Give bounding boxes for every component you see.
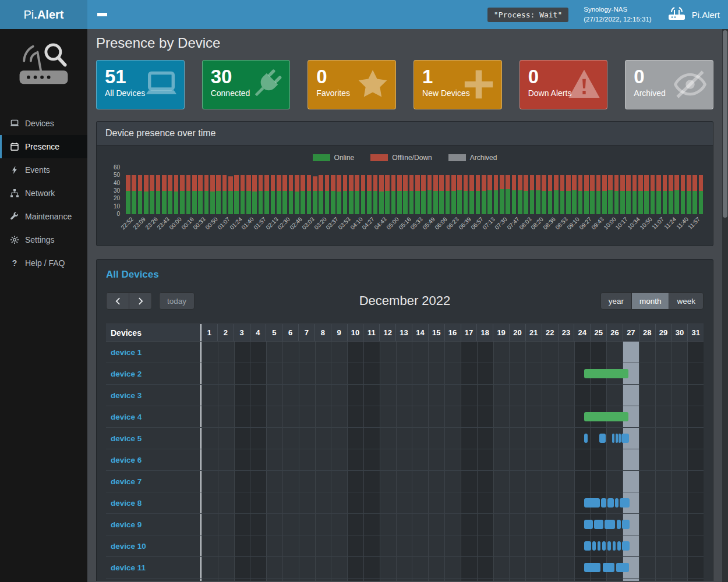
presence-event-bar[interactable] xyxy=(584,541,591,551)
presence-event-bar[interactable] xyxy=(599,434,606,443)
day-header-8: 8 xyxy=(315,324,331,341)
sidebar-item-maintenance[interactable]: Maintenance xyxy=(0,205,87,228)
chart-bar xyxy=(150,175,154,214)
device-link[interactable]: device 2 xyxy=(111,370,142,378)
x-tick-label: 00:00 xyxy=(168,216,182,230)
info-box-new-devices[interactable]: 1New Devices xyxy=(414,60,502,109)
presence-event-bar[interactable] xyxy=(584,369,628,378)
presence-event-bar[interactable] xyxy=(620,498,630,508)
warning-icon xyxy=(567,68,601,101)
next-button[interactable] xyxy=(129,292,152,310)
device-row: device 10 xyxy=(106,535,704,557)
device-link[interactable]: device 9 xyxy=(111,520,142,529)
presence-event-bar[interactable] xyxy=(584,498,600,508)
presence-event-bar[interactable] xyxy=(607,541,612,551)
chart-bar xyxy=(168,175,172,214)
gear-icon xyxy=(10,235,19,244)
day-header-9: 9 xyxy=(331,324,348,341)
presence-event-bar[interactable] xyxy=(584,412,628,421)
scrollbar-thumb[interactable] xyxy=(723,30,727,218)
today-button[interactable]: today xyxy=(159,292,195,310)
presence-event-bar[interactable] xyxy=(594,520,603,529)
device-link[interactable]: device 11 xyxy=(111,563,146,572)
all-devices-title: All Devices xyxy=(106,269,707,281)
info-box-favorites[interactable]: 0Favorites xyxy=(308,60,396,109)
day-header-11: 11 xyxy=(363,324,380,341)
svg-text:?: ? xyxy=(12,258,17,268)
chart-bar xyxy=(301,175,305,214)
device-link[interactable]: device 1 xyxy=(111,348,142,357)
presence-event-bar[interactable] xyxy=(612,434,614,443)
logo-alert-text: .Alert xyxy=(34,8,63,21)
view-switcher: yearmonthweek xyxy=(600,292,704,310)
presence-event-bar[interactable] xyxy=(621,434,629,443)
sidebar-toggle-button[interactable] xyxy=(87,13,117,16)
device-link[interactable]: device 8 xyxy=(111,499,142,508)
device-name-cell: device 6 xyxy=(106,449,200,470)
legend-item-online[interactable]: Online xyxy=(313,154,355,162)
chart-bar xyxy=(391,175,396,214)
presence-event-bar[interactable] xyxy=(584,434,588,443)
device-link[interactable]: device 3 xyxy=(111,391,142,400)
info-box-connected[interactable]: 30Connected xyxy=(202,60,291,109)
chart-bar xyxy=(476,175,480,214)
view-button-month[interactable]: month xyxy=(631,292,670,310)
x-tick-label: 04:27 xyxy=(361,216,376,230)
chart-bar xyxy=(156,175,161,214)
app-logo[interactable]: Pi.Alert xyxy=(0,0,87,29)
device-row: device 11 xyxy=(106,557,704,579)
sidebar-item-network[interactable]: Network xyxy=(0,182,87,205)
presence-event-bar[interactable] xyxy=(622,541,630,551)
presence-event-bar[interactable] xyxy=(605,520,615,529)
sidebar-item-events[interactable]: Events xyxy=(0,158,87,182)
presence-event-bar[interactable] xyxy=(619,434,620,443)
presence-event-bar[interactable] xyxy=(616,434,617,443)
sidebar-item-devices[interactable]: Devices xyxy=(0,112,87,135)
presence-event-bar[interactable] xyxy=(616,563,629,572)
presence-event-bar[interactable] xyxy=(607,498,613,508)
presence-event-bar[interactable] xyxy=(613,541,616,551)
sidebar-item-presence[interactable]: Presence xyxy=(0,135,87,158)
device-timeline-lane xyxy=(200,535,704,556)
x-tick-label: 11:07 xyxy=(651,216,665,230)
presence-event-bar[interactable] xyxy=(592,541,596,551)
presence-event-bar[interactable] xyxy=(603,563,614,572)
view-button-year[interactable]: year xyxy=(600,292,632,310)
presence-event-bar[interactable] xyxy=(584,563,601,572)
chart-bar xyxy=(566,175,571,214)
sidebar-item-help-faq[interactable]: ?Help / FAQ xyxy=(0,251,87,275)
day-header-26: 26 xyxy=(607,324,623,341)
device-link[interactable]: device 6 xyxy=(111,456,142,464)
chart-bar xyxy=(542,175,546,214)
presence-event-bar[interactable] xyxy=(598,541,601,551)
legend-item-archived[interactable]: Archived xyxy=(448,154,497,162)
presence-event-bar[interactable] xyxy=(584,520,593,529)
chart-bar xyxy=(548,175,553,214)
chart-bar xyxy=(385,175,390,214)
y-tick-label: 20 xyxy=(114,195,120,201)
pialert-logo-icon xyxy=(0,29,87,99)
device-timeline-lane xyxy=(200,471,704,492)
presence-event-bar[interactable] xyxy=(617,520,621,529)
x-tick-label: 05:00 xyxy=(385,216,400,230)
presence-event-bar[interactable] xyxy=(601,498,606,508)
device-link[interactable]: device 5 xyxy=(111,434,142,443)
info-box-all-devices[interactable]: 51All Devices xyxy=(96,60,185,109)
sidebar-item-settings[interactable]: Settings xyxy=(0,228,87,251)
device-link[interactable]: device 4 xyxy=(111,413,142,421)
chart-bar xyxy=(560,175,565,214)
info-box-archived[interactable]: 0Archived xyxy=(625,60,713,109)
device-link[interactable]: device 10 xyxy=(111,542,146,551)
prev-button[interactable] xyxy=(106,292,129,310)
presence-event-bar[interactable] xyxy=(602,541,606,551)
presence-event-bar[interactable] xyxy=(617,541,621,551)
presence-event-bar[interactable] xyxy=(622,520,630,529)
x-tick-label: 02:13 xyxy=(264,216,279,230)
x-tick-label: 02:30 xyxy=(277,216,291,230)
info-box-down-alerts[interactable]: 0Down Alerts xyxy=(520,60,608,109)
device-link[interactable]: device 7 xyxy=(111,477,142,486)
process-status-badge: "Process: Wait" xyxy=(487,8,568,22)
view-button-week[interactable]: week xyxy=(669,292,704,310)
legend-item-offline-down[interactable]: Offline/Down xyxy=(370,154,432,162)
presence-event-bar[interactable] xyxy=(615,498,619,508)
